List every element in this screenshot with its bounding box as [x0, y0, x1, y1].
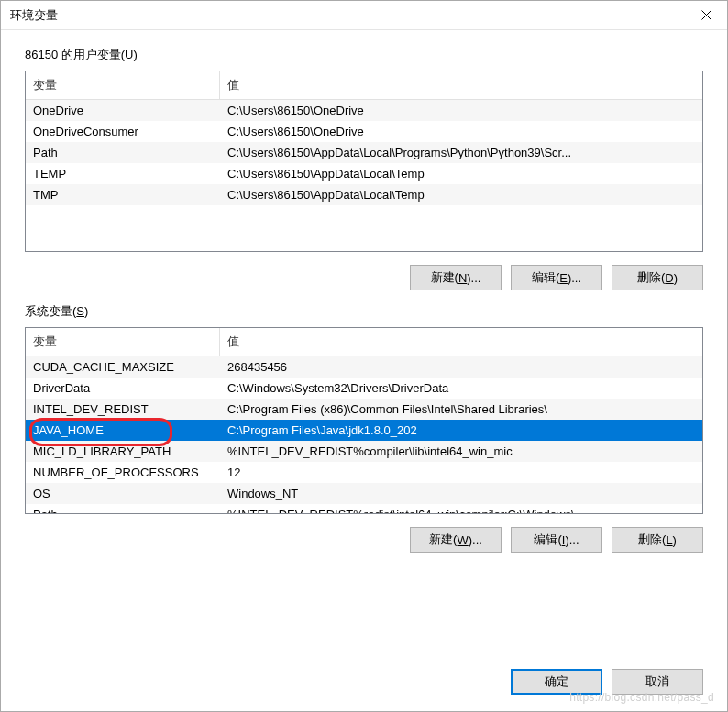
system-edit-button[interactable]: 编辑(I)...	[511, 527, 602, 553]
system-delete-button[interactable]: 删除(L)	[612, 527, 703, 553]
table-row[interactable]: DriverDataC:\Windows\System32\Drivers\Dr…	[26, 378, 702, 399]
row-name: NUMBER_OF_PROCESSORS	[26, 466, 220, 479]
table-row[interactable]: CUDA_CACHE_MAXSIZE268435456	[26, 356, 702, 378]
row-name: MIC_LD_LIBRARY_PATH	[26, 444, 220, 458]
row-value: C:\Users\86150\OneDrive	[220, 104, 702, 117]
user-variables-group: 86150 的用户变量(U) 变量 值 OneDriveC:\Users\861…	[25, 47, 703, 290]
table-row[interactable]: INTEL_DEV_REDISTC:\Program Files (x86)\C…	[26, 399, 702, 420]
close-icon	[701, 10, 711, 20]
row-name: Path	[26, 146, 220, 159]
row-value: 268435456	[220, 360, 702, 374]
table-row[interactable]: TMPC:\Users\86150\AppData\Local\Temp	[26, 184, 702, 205]
row-name: OneDriveConsumer	[26, 125, 220, 138]
system-table-header: 变量 值	[26, 328, 702, 356]
user-edit-button[interactable]: 编辑(E)...	[511, 265, 602, 290]
titlebar: 环境变量	[1, 1, 727, 30]
system-variables-label: 系统变量(S)	[25, 303, 703, 320]
user-variables-label: 86150 的用户变量(U)	[25, 47, 703, 63]
dialog-body: 86150 的用户变量(U) 变量 值 OneDriveC:\Users\861…	[1, 30, 727, 656]
user-table-header: 变量 值	[26, 71, 702, 100]
system-variables-group: 系统变量(S) 变量 值 CUDA_CACHE_MAXSIZE268435456…	[25, 303, 703, 553]
row-value: C:\Users\86150\AppData\Local\Temp	[220, 188, 702, 202]
close-button[interactable]	[685, 1, 727, 30]
row-name: CUDA_CACHE_MAXSIZE	[26, 360, 220, 374]
system-buttons-row: 新建(W)... 编辑(I)... 删除(L)	[25, 521, 703, 553]
user-header-name[interactable]: 变量	[26, 71, 220, 99]
table-row[interactable]: OneDriveC:\Users\86150\OneDrive	[26, 100, 702, 121]
system-variables-table[interactable]: 变量 值 CUDA_CACHE_MAXSIZE268435456DriverDa…	[25, 327, 703, 514]
user-new-button[interactable]: 新建(N)...	[410, 265, 502, 290]
row-value: C:\Users\86150\AppData\Local\Temp	[220, 167, 702, 181]
row-value: Windows_NT	[220, 487, 702, 500]
system-table-body[interactable]: CUDA_CACHE_MAXSIZE268435456DriverDataC:\…	[26, 356, 702, 513]
dialog-footer: 确定 取消	[1, 656, 727, 711]
row-value: 12	[220, 466, 702, 479]
table-row[interactable]: PathC:\Users\86150\AppData\Local\Program…	[26, 142, 702, 163]
env-vars-dialog: 环境变量 86150 的用户变量(U) 变量 值 OneDriveC:\User…	[0, 0, 728, 712]
table-row[interactable]: OneDriveConsumerC:\Users\86150\OneDrive	[26, 121, 702, 142]
row-value: C:\Program Files (x86)\Common Files\Inte…	[220, 402, 702, 416]
row-value: C:\Users\86150\OneDrive	[220, 125, 702, 138]
row-value: C:\Windows\System32\Drivers\DriverData	[220, 381, 702, 395]
user-table-body[interactable]: OneDriveC:\Users\86150\OneDriveOneDriveC…	[26, 100, 702, 251]
table-row[interactable]: Path%INTEL_DEV_REDIST%redist\intel64_win…	[26, 504, 702, 513]
ok-button[interactable]: 确定	[511, 669, 602, 695]
row-name: TEMP	[26, 167, 220, 181]
row-name: INTEL_DEV_REDIST	[26, 402, 220, 416]
row-name: OS	[26, 487, 220, 500]
table-row[interactable]: OSWindows_NT	[26, 483, 702, 504]
table-row[interactable]: TEMPC:\Users\86150\AppData\Local\Temp	[26, 163, 702, 184]
system-header-name[interactable]: 变量	[26, 328, 220, 356]
window-title: 环境变量	[10, 7, 58, 24]
user-buttons-row: 新建(N)... 编辑(E)... 删除(D)	[25, 259, 703, 290]
table-row[interactable]: JAVA_HOMEC:\Program Files\Java\jdk1.8.0_…	[26, 420, 702, 441]
table-row[interactable]: NUMBER_OF_PROCESSORS12	[26, 462, 702, 483]
row-name: OneDrive	[26, 104, 220, 117]
row-value: C:\Users\86150\AppData\Local\Programs\Py…	[220, 146, 702, 159]
cancel-button[interactable]: 取消	[612, 669, 703, 695]
row-name: TMP	[26, 188, 220, 202]
table-row[interactable]: MIC_LD_LIBRARY_PATH%INTEL_DEV_REDIST%com…	[26, 441, 702, 462]
user-header-value[interactable]: 值	[220, 71, 702, 99]
row-value: %INTEL_DEV_REDIST%compiler\lib\intel64_w…	[220, 444, 702, 458]
user-variables-table[interactable]: 变量 值 OneDriveC:\Users\86150\OneDriveOneD…	[25, 71, 703, 252]
user-delete-button[interactable]: 删除(D)	[612, 265, 703, 290]
system-new-button[interactable]: 新建(W)...	[410, 527, 502, 553]
row-value: C:\Program Files\Java\jdk1.8.0_202	[220, 423, 702, 437]
row-value: %INTEL_DEV_REDIST%redist\intel64_win\com…	[220, 508, 702, 513]
system-header-value[interactable]: 值	[220, 328, 702, 356]
row-name: DriverData	[26, 381, 220, 395]
row-name: JAVA_HOME	[26, 423, 220, 437]
row-name: Path	[26, 508, 220, 513]
